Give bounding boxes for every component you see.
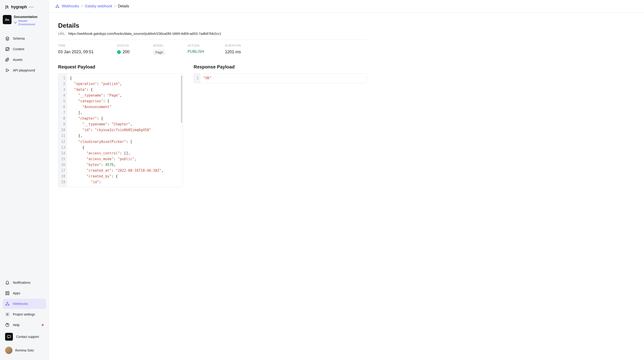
edit-icon [5,47,10,52]
project-selector[interactable]: Do Documentation Master Environment [3,14,46,31]
brand-name: hygraph [11,4,27,10]
nav-label: API playground [13,68,35,72]
avatar [5,347,12,354]
webhook-icon [5,302,10,306]
meta-row: TIME 03 Jan 2023, 09:51 STATUS ✓ 200 MOD… [58,40,367,55]
meta-label-model: MODEL [153,44,188,47]
user-name: Romina Soto [15,348,34,352]
sidebar-item-settings[interactable]: Project settings [3,309,46,320]
main: Webhooks / Gatsby webhook / Details Deta… [49,0,644,360]
sidebar-item-help[interactable]: Help [3,320,46,330]
sidebar-item-webhooks[interactable]: Webhooks [3,299,46,309]
nav-label: Content [13,47,24,51]
sidebar: hygraph ••• Do Documentation Master Envi… [0,0,49,360]
breadcrumb-current: Details [118,4,129,8]
sidebar-item-playground[interactable]: API playground [3,65,46,75]
layers-icon [5,36,10,41]
request-payload-title: Request Payload [58,64,183,70]
nav-label: Notifications [13,281,30,284]
svg-rect-7 [8,294,9,295]
meta-status: 200 [122,50,130,54]
breadcrumb-separator: / [81,4,82,8]
meta-label-action: ACTION [188,44,225,47]
project-badge: Do [3,15,12,24]
help-icon [5,323,10,327]
sidebar-item-assets[interactable]: Assets [3,54,46,65]
nav-label: Help [13,323,20,327]
nav-label: Project settings [13,312,35,316]
request-payload-code[interactable]: 1 2 3 4 5 6 7 8 9 10 11 12 13 14 15 16 1… [58,73,183,187]
bell-icon [5,280,10,285]
svg-point-11 [7,314,8,315]
project-name: Documentation [14,15,44,19]
success-icon: ✓ [117,50,121,54]
sidebar-item-content[interactable]: Content [3,44,46,54]
more-icon[interactable]: ••• [29,5,34,9]
webhook-icon [55,4,60,8]
meta-action: PUBLISH [188,50,225,54]
play-icon [5,68,10,72]
url-label: URL: [58,32,66,36]
breadcrumb-parent[interactable]: Gatsby webhook [85,4,112,8]
chat-icon [5,333,13,341]
nav-label: Assets [13,58,22,62]
meta-duration: 1201 ms [225,50,367,54]
sidebar-item-notifications[interactable]: Notifications [3,278,46,288]
meta-label-duration: DURATION [225,44,367,47]
environment-label: Master Environment [18,19,44,26]
logo-row[interactable]: hygraph ••• [3,4,46,14]
response-payload-code[interactable]: 1 "OK" [194,73,367,83]
svg-rect-13 [8,336,10,338]
meta-time: 03 Jan 2023, 09:51 [58,50,117,54]
svg-point-0 [14,22,15,22]
nav-label: Webhooks [13,302,28,306]
url-value: https://webhook.gatsbyjs.com/hooks/data_… [68,32,221,36]
grid-icon [5,291,10,296]
breadcrumb: Webhooks / Gatsby webhook / Details [49,0,644,13]
notification-dot-icon [42,324,44,326]
svg-rect-4 [6,292,7,293]
attachment-icon [5,58,10,62]
branch-icon [14,21,17,24]
nav-label: Schema [13,37,25,40]
response-payload-title: Response Payload [194,64,367,70]
meta-model: Page [153,50,165,55]
nav-label: Apps [13,291,20,295]
svg-rect-6 [6,294,7,295]
svg-point-1 [16,22,16,22]
breadcrumb-separator: / [114,4,116,8]
page-title: Details [58,22,367,29]
hygraph-logo-icon [4,5,9,10]
user-menu[interactable]: Romina Soto [3,344,46,356]
sidebar-item-schema[interactable]: Schema [3,34,46,44]
gear-icon [5,312,10,317]
nav-label: Contact support [16,335,39,338]
sidebar-item-apps[interactable]: Apps [3,288,46,298]
sidebar-item-contact[interactable]: Contact support [3,330,46,343]
meta-label-status: STATUS [117,44,153,47]
meta-label-time: TIME [58,44,117,47]
svg-rect-5 [8,292,9,293]
breadcrumb-root[interactable]: Webhooks [62,4,79,8]
